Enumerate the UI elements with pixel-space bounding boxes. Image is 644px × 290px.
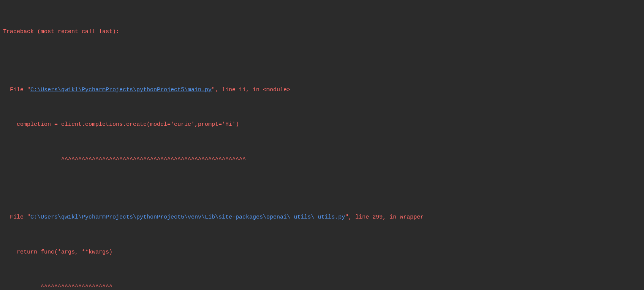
file-path-link[interactable]: C:\Users\qw1kl\PycharmProjects\pythonPro…	[30, 87, 212, 93]
console-output[interactable]: Traceback (most recent call last): File …	[0, 0, 644, 290]
file-suffix: ", line 299, in wrapper	[345, 214, 424, 220]
file-path-link[interactable]: C:\Users\qw1kl\PycharmProjects\pythonPro…	[30, 214, 345, 220]
frame-file-line: File "C:\Users\qw1kl\PycharmProjects\pyt…	[3, 212, 641, 223]
traceback-header: Traceback (most recent call last):	[3, 26, 641, 38]
file-suffix: ", line 11, in <module>	[212, 87, 290, 93]
frame-code: completion = client.completions.create(m…	[3, 119, 641, 131]
frame-carets: ^^^^^^^^^^^^^^^^^^^^^^^^^^^^^^^^^^^^^^^^…	[3, 154, 641, 166]
frame-code: return func(*args, **kwargs)	[3, 247, 641, 258]
frame-carets: ^^^^^^^^^^^^^^^^^^^^^	[3, 281, 641, 290]
frame-file-line: File "C:\Users\qw1kl\PycharmProjects\pyt…	[3, 84, 641, 96]
file-prefix: File "	[3, 214, 30, 220]
file-prefix: File "	[3, 87, 30, 93]
